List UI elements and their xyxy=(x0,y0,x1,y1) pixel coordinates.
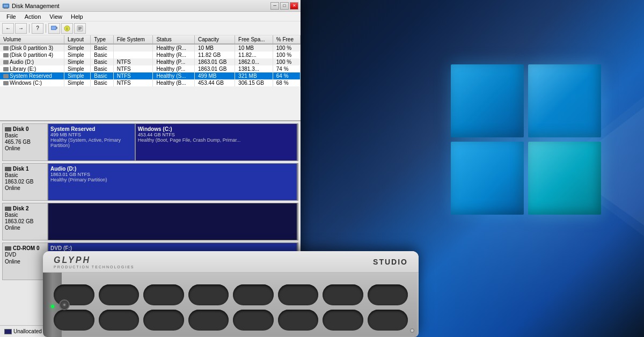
maximize-button[interactable]: □ xyxy=(280,2,289,10)
cell-capacity: 11.82 GB xyxy=(195,52,235,58)
cell-status: Healthy (P... xyxy=(153,65,195,72)
disk-status: Online xyxy=(5,145,45,151)
menu-bar: File Action View Help xyxy=(0,12,301,21)
vent-11 xyxy=(143,310,184,331)
col-pctfree[interactable]: % Free xyxy=(273,35,300,44)
partition-size: 1863.01 GB NTFS xyxy=(50,172,295,177)
power-led xyxy=(51,305,54,308)
disk-num-icon xyxy=(5,207,11,211)
windows-logo xyxy=(451,64,601,215)
table-row[interactable]: (Disk 0 partition 4) Simple Basic Health… xyxy=(0,52,301,58)
disk-name: CD-ROM 0 xyxy=(5,245,45,251)
cell-fs: NTFS xyxy=(113,65,153,72)
disk-info: Disk 0 Basic 465.76 GB Online xyxy=(2,123,48,161)
col-freespace[interactable]: Free Spa... xyxy=(235,35,273,44)
table-row[interactable]: (Disk 0 partition 3) Simple Basic Health… xyxy=(0,44,301,52)
toolbar-separator-1 xyxy=(29,24,30,33)
toolbar: ← → ? i xyxy=(0,21,301,35)
partition-block[interactable]: System Reserved 499 MB NTFS Healthy (Sys… xyxy=(48,124,136,160)
disk-size: 1863.02 GB xyxy=(5,218,45,224)
partition-size: 453.44 GB NTFS xyxy=(138,132,295,137)
cell-fs: NTFS xyxy=(113,72,153,79)
cell-capacity: 1863.01 GB xyxy=(195,58,235,65)
cell-type: Basic xyxy=(91,79,113,86)
cell-type: Basic xyxy=(91,65,113,72)
cell-layout: Simple xyxy=(64,79,91,86)
menu-view[interactable]: View xyxy=(45,13,67,20)
cell-volume: (Disk 0 partition 3) xyxy=(0,44,64,52)
disk-name: Disk 2 xyxy=(5,206,45,211)
menu-action[interactable]: Action xyxy=(20,13,46,20)
cell-status: Healthy (S... xyxy=(153,72,195,79)
device-body: GLYPH PRODUCTION TECHNOLOGIES STUDIO xyxy=(43,251,419,337)
cell-volume: Audio (D:) xyxy=(0,58,64,65)
legend-color-unallocated xyxy=(4,329,12,334)
power-dot xyxy=(63,304,65,306)
window-controls: ─ □ ✕ xyxy=(270,2,298,10)
table-row[interactable]: Library (E:) Simple Basic NTFS Healthy (… xyxy=(0,65,301,72)
col-volume[interactable]: Volume xyxy=(0,35,64,44)
vent-3 xyxy=(143,284,184,305)
cell-capacity: 1863.01 GB xyxy=(195,65,235,72)
vent-15 xyxy=(323,310,363,331)
partition-block[interactable]: Windows (C:) 453.44 GB NTFS Healthy (Boo… xyxy=(136,124,298,160)
cell-fs: NTFS xyxy=(113,79,153,86)
toolbar-btn-4[interactable]: i xyxy=(61,23,73,34)
cell-pct: 74 % xyxy=(273,65,300,72)
cell-free: 1381.3... xyxy=(235,65,273,72)
cell-layout: Simple xyxy=(64,72,91,79)
cell-type: Basic xyxy=(91,44,113,52)
disk-size: 465.76 GB xyxy=(5,139,45,145)
forward-button[interactable]: → xyxy=(15,23,27,34)
toolbar-btn-3[interactable] xyxy=(48,23,60,34)
menu-file[interactable]: File xyxy=(2,13,20,20)
table-row[interactable]: Windows (C:) Simple Basic NTFS Healthy (… xyxy=(0,79,301,86)
partition-size: 499 MB NTFS xyxy=(50,132,133,137)
partition-status: Healthy (Boot, Page File, Crash Dump, Pr… xyxy=(138,137,295,143)
table-row[interactable]: Audio (D:) Simple Basic NTFS Healthy (P.… xyxy=(0,58,301,65)
table-row[interactable]: System Reserved Simple Basic NTFS Health… xyxy=(0,72,301,79)
cell-status: Healthy (R... xyxy=(153,52,195,58)
cell-pct: 100 % xyxy=(273,58,300,65)
toolbar-btn-5[interactable] xyxy=(74,23,86,34)
col-type[interactable]: Type xyxy=(91,35,113,44)
windows-logo-pane-tl xyxy=(451,64,524,137)
svg-rect-8 xyxy=(52,26,56,30)
disk-bar: Audio (D:) 1863.01 GB NTFS Healthy (Prim… xyxy=(48,163,298,201)
partition-block[interactable]: Audio (D:) 1863.01 GB NTFS Healthy (Prim… xyxy=(48,164,298,200)
cell-fs xyxy=(113,52,153,58)
power-button[interactable] xyxy=(59,299,70,310)
partition-name: System Reserved xyxy=(50,126,133,132)
menu-help[interactable]: Help xyxy=(67,13,87,20)
cell-status: Healthy (R... xyxy=(153,44,195,52)
cell-status: Healthy (B... xyxy=(153,79,195,86)
col-status[interactable]: Status xyxy=(153,35,195,44)
disk-info: Disk 2 Basic 1863.02 GB Online xyxy=(2,203,48,240)
minimize-button[interactable]: ─ xyxy=(270,2,279,10)
windows-logo-pane-tr xyxy=(528,64,601,137)
disk-row: Disk 1 Basic 1863.02 GB Online Audio (D:… xyxy=(2,163,298,201)
cell-type: Basic xyxy=(91,58,113,65)
disk-name: Disk 1 xyxy=(5,166,45,172)
svg-rect-4 xyxy=(4,5,8,7)
cell-free: 10 MB xyxy=(235,44,273,52)
help-button[interactable]: ? xyxy=(32,23,43,34)
vent-5 xyxy=(233,284,274,305)
vent-12 xyxy=(188,310,229,331)
device-brand-label: GLYPH xyxy=(54,255,91,265)
disk-type: Basic xyxy=(5,212,45,218)
vent-14 xyxy=(278,310,319,331)
vent-8 xyxy=(368,284,408,305)
cell-capacity: 453.44 GB xyxy=(195,79,235,86)
cell-layout: Simple xyxy=(64,52,91,58)
close-button[interactable]: ✕ xyxy=(290,2,298,10)
device-model-label: STUDIO xyxy=(373,258,408,266)
svg-rect-9 xyxy=(56,27,57,29)
col-filesystem[interactable]: File System xyxy=(113,35,153,44)
back-button[interactable]: ← xyxy=(2,23,14,34)
col-capacity[interactable]: Capacity xyxy=(195,35,235,44)
cell-volume: Windows (C:) xyxy=(0,79,64,86)
device-top-stripe: GLYPH PRODUCTION TECHNOLOGIES STUDIO xyxy=(43,251,419,273)
col-layout[interactable]: Layout xyxy=(64,35,91,44)
svg-rect-6 xyxy=(4,8,8,9)
